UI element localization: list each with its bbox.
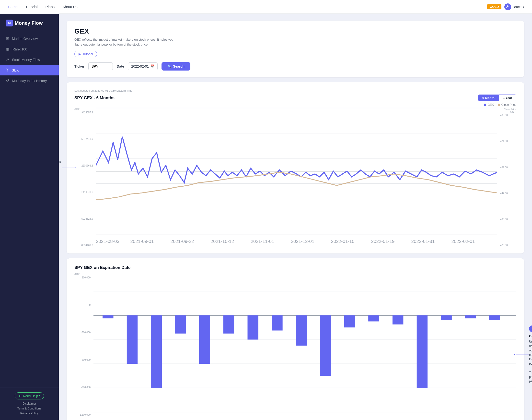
svg-rect-30 (102, 315, 113, 318)
gex-title: GEX (74, 28, 516, 35)
close-price-legend-dot (498, 104, 500, 106)
terms-link[interactable]: Term & Conditions (17, 407, 41, 410)
logo-icon: M (6, 20, 13, 27)
chart2-y-label: GEX (74, 273, 91, 276)
nav-plans[interactable]: Plans (45, 5, 55, 9)
period-buttons: 6 Month 1 Year (478, 94, 516, 101)
sidebar-item-rank100[interactable]: ▦ Rank 100 (0, 44, 59, 54)
ticker-label: Ticker (74, 64, 85, 68)
chart2-svg-wrap: 2021-09-30 2021-10-04 2021-10-08 2021-10… (93, 273, 516, 420)
sidebar-label-multiday: Multi-day Index History (12, 79, 47, 83)
svg-rect-46 (489, 315, 500, 320)
search-icon: 🔍 (167, 64, 172, 68)
chart1-card: 1 GEX Line Chart Use a line chart to dis… (67, 82, 524, 254)
play-icon: ▶ (79, 52, 81, 56)
svg-rect-43 (417, 315, 428, 388)
svg-marker-2 (75, 167, 76, 168)
y-left-label: GEX (74, 108, 94, 111)
nav-right: GOLD Bruce › (487, 3, 524, 10)
search-button[interactable]: 🔍 Search (161, 62, 190, 71)
svg-rect-39 (320, 315, 331, 376)
chart2-y: GEX 300,000 0 -300,000 -600,000 -900,000… (74, 273, 91, 420)
chart1-svg: 2021-08-03 2021-09-01 2021-09-22 2021-10… (96, 108, 497, 246)
sidebar-label-gex: GEX (12, 68, 19, 72)
svg-text:2021-10-12: 2021-10-12 (211, 239, 234, 244)
svg-text:2022-01-10: 2022-01-10 (331, 239, 355, 244)
main-content: GEX GEX reflects the impact of market ma… (59, 14, 532, 420)
svg-rect-41 (368, 315, 379, 322)
chart2-area: GEX 300,000 0 -300,000 -600,000 -900,000… (74, 273, 516, 420)
chart1-svg-wrap: 2021-08-03 2021-09-01 2021-09-22 2021-10… (96, 108, 497, 247)
chevron-icon: › (523, 5, 524, 9)
chart1-y-left: GEX 9424057.2 5812411.9 2200766.6 -14108… (74, 108, 94, 247)
svg-rect-45 (465, 315, 476, 318)
svg-point-0 (507, 5, 508, 7)
svg-text:2022-01-31: 2022-01-31 (411, 239, 435, 244)
gex-icon: ϒ (6, 68, 9, 73)
stock-money-flow-icon: ↗ (6, 57, 9, 62)
sidebar-item-market-overview[interactable]: ⊞ Market Overview (0, 33, 59, 44)
search-row: Ticker Date 2022-02-01 📅 🔍 Search (74, 62, 516, 71)
period-6month[interactable]: 6 Month (478, 94, 499, 101)
nav-tutorial[interactable]: Tutorial (26, 5, 37, 9)
gex-info-card: GEX GEX reflects the impact of market ma… (67, 21, 524, 77)
period-1year[interactable]: 1 Year (499, 94, 516, 101)
svg-text:2021-11-01: 2021-11-01 (251, 239, 274, 244)
nav-links: Home Tutorial Plans About Us (8, 5, 487, 9)
multiday-icon: ↺ (6, 78, 9, 83)
svg-rect-37 (272, 315, 282, 330)
updated-text: Last updated on 2022-02-01 10:30 Eastern… (74, 89, 516, 92)
help-label: Need Help? (23, 394, 40, 398)
svg-rect-36 (247, 315, 258, 340)
sidebar-logo: M Money Flow (0, 20, 59, 33)
sidebar-footer: ⊕ Need Help? Disclaimer Term & Condition… (0, 387, 59, 420)
svg-rect-31 (127, 315, 138, 364)
calendar-icon[interactable]: 📅 (150, 64, 154, 68)
ticker-input[interactable] (88, 62, 113, 70)
privacy-link[interactable]: Privacy Policy (20, 412, 39, 415)
sidebar-item-multiday[interactable]: ↺ Multi-day Index History (0, 75, 59, 86)
chart2-svg: 2021-09-30 2021-10-04 2021-10-08 2021-10… (93, 273, 516, 420)
svg-marker-22 (514, 354, 516, 355)
user-avatar (504, 3, 511, 10)
tutorial-label: Tutorial (83, 52, 93, 56)
sidebar-item-gex[interactable]: ϒ GEX (0, 65, 59, 75)
sidebar-label-market-overview: Market Overview (12, 37, 38, 41)
chart2-title: SPY GEX on Expiration Date (74, 265, 516, 270)
chart2-card: 2 GEX on Expiration Date Use a bar chart… (67, 258, 524, 420)
help-icon: ⊕ (19, 394, 22, 398)
annotation2-circle: 2 (529, 325, 532, 332)
footer-links: Disclaimer Term & Conditions Privacy Pol… (17, 402, 41, 415)
user-menu[interactable]: Bruce › (504, 3, 524, 10)
legend-gex: GEX (484, 103, 494, 106)
annotation2-text: Use a bar chart to display the GEX data … (529, 339, 532, 383)
gex-description: GEX reflects the impact of market makers… (74, 37, 182, 47)
svg-rect-42 (392, 315, 403, 325)
sidebar-label-stock-money-flow: Stock Money Flow (12, 58, 40, 62)
svg-rect-35 (223, 315, 234, 333)
date-input-wrap: 2022-02-01 📅 (128, 62, 158, 70)
y-right-label: Close Price (USD) (499, 108, 516, 113)
sidebar: M Money Flow ⊞ Market Overview ▦ Rank 10… (0, 14, 59, 420)
nav-about[interactable]: About Us (62, 5, 78, 9)
user-name: Bruce (513, 5, 522, 9)
gold-badge: GOLD (487, 4, 502, 9)
svg-text:2021-08-03: 2021-08-03 (96, 239, 119, 244)
search-label: Search (173, 64, 185, 68)
need-help-button[interactable]: ⊕ Need Help? (15, 392, 44, 399)
legend-close-price: Close Price (498, 103, 516, 106)
gex-legend-label: GEX (488, 103, 494, 106)
rank100-icon: ▦ (6, 47, 10, 51)
svg-text:2021-12-01: 2021-12-01 (291, 239, 315, 244)
chart1-title: SPY GEX - 6 Months (74, 95, 115, 100)
top-navigation: Home Tutorial Plans About Us GOLD Bruce … (0, 0, 532, 14)
svg-rect-38 (296, 315, 307, 345)
nav-home[interactable]: Home (8, 5, 18, 9)
svg-rect-34 (199, 315, 210, 364)
gex-legend-dot (484, 104, 486, 106)
sidebar-label-rank100: Rank 100 (13, 47, 27, 51)
sidebar-item-stock-money-flow[interactable]: ↗ Stock Money Flow (0, 54, 59, 65)
annotation2: 2 GEX on Expiration Date Use a bar chart… (529, 325, 532, 383)
tutorial-button[interactable]: ▶ Tutorial (74, 51, 97, 57)
disclaimer-link[interactable]: Disclaimer (23, 402, 36, 405)
